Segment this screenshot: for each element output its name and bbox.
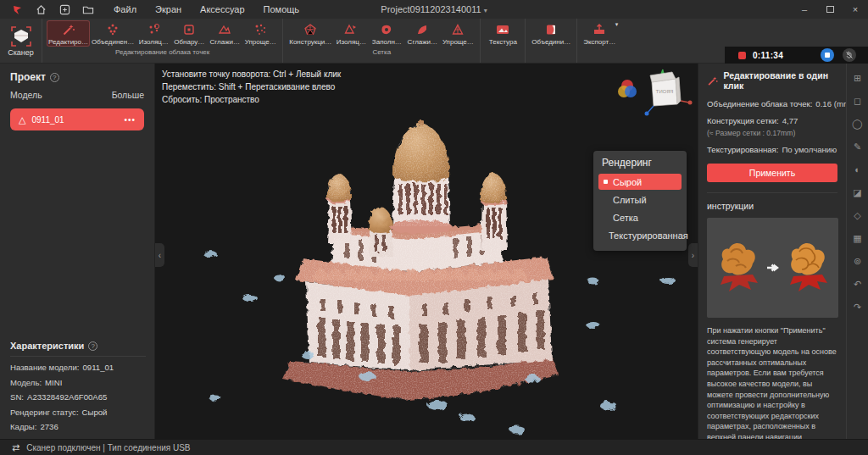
scanner-button[interactable]: Сканер [0,19,42,63]
stop-record-button[interactable] [821,48,834,62]
simplify-points-button[interactable]: Упроще… [242,20,278,47]
pointcloud-model-cathedral[interactable] [155,64,698,439]
merge-points-icon [106,22,120,37]
mesh-construct-button[interactable]: Конструкци… [287,20,333,47]
project-help-icon[interactable]: ? [50,73,59,82]
region-select-icon[interactable]: ⊞ [850,70,865,86]
touch-disabled-icon [845,51,854,59]
open-folder-icon[interactable] [81,3,95,16]
merge-models-icon [544,22,558,37]
edit-button[interactable]: Редактиро… [47,20,90,47]
invert-select-icon[interactable]: ◐ [850,162,865,177]
grid-display-icon[interactable]: ▦ [850,230,865,246]
mesh-smooth-icon [415,22,429,37]
instructions-text: При нажатии кнопки "Применить" система г… [707,325,837,443]
view-cube[interactable]: FRONT [640,65,693,118]
group-label-pointcloud: Редактирование облака точек [47,48,278,56]
isolate-points-button[interactable]: Изоляц… [136,20,171,47]
one-click-edit-panel: Редактирование в один клик Объединение о… [698,64,846,439]
rect-select-icon[interactable]: ◻ [850,93,865,108]
param-mesh-construct: Конструкция сетки:4,77 [707,116,837,125]
status-bar: ⇄ Сканер подключен | Тип соединения USB [0,439,868,455]
mesh-isolate-button[interactable]: Изоляц… [333,20,369,47]
model-item-name: 0911_01 [31,115,64,125]
render-option-mesh[interactable]: Сетка [598,209,682,225]
undo-icon[interactable]: ↶ [850,276,865,291]
instructions-illustration [707,218,838,318]
polygon-select-icon[interactable]: ◇ [850,208,865,223]
left-panel-collapse-button[interactable]: ‹ [155,243,164,267]
viewport-3d[interactable]: Установите точку поворота: Ctrl + Левый … [155,64,698,439]
mesh-smooth-button[interactable]: Сглажи… [404,20,440,47]
toolbar-group-texture: Текстура [480,19,525,63]
texture-button[interactable]: Текстура [485,20,520,47]
smooth-points-button[interactable]: Сглажи… [207,20,242,47]
detect-overlap-icon [182,22,196,37]
title-bar: Файл Экран Аксессуар Помощь Project09112… [0,0,868,19]
status-text: Сканер подключен | Тип соединения USB [26,443,190,452]
mesh-simplify-button[interactable]: Упроще… [440,20,476,47]
fill-holes-button[interactable]: Заполн… [369,20,404,47]
toolbar-group-mesh: Конструкци… Изоляц… Заполн… Сглажи… [282,19,480,63]
param-textured: Текстурированная:По умолчанию [707,145,837,154]
menu-help[interactable]: Помощь [264,4,300,14]
render-option-textured[interactable]: Текстурированная [598,227,682,243]
properties-section: Характеристики ? Название модели:0911_01… [10,341,146,437]
model-item-menu-icon[interactable]: ••• [124,115,136,125]
new-project-icon[interactable] [58,3,71,16]
arrow-icon [766,261,780,275]
maximize-button[interactable] [817,0,843,19]
simplify-icon [253,22,267,37]
close-button[interactable]: × [843,0,868,19]
render-option-raw[interactable]: Сырой [598,174,682,190]
model-mesh-icon: △ [19,114,25,125]
minimize-button[interactable]: – [792,0,817,19]
scanner-icon [10,25,32,47]
merge-pointcloud-button[interactable]: Объединен… [90,20,136,47]
selection-tools-rail: ⊞ ◻ ◯ ✎ ◐ ◪ ◇ ▦ ⊚ ↶ ↷ [846,64,868,439]
menu-screen[interactable]: Экран [155,4,181,14]
recorder-bar: 0:11:34 [725,47,868,64]
texture-icon [495,22,510,37]
rgb-colors-icon[interactable] [615,77,639,101]
one-click-wand-icon [707,75,718,87]
before-model-image [714,237,763,298]
mesh-simplify-icon [451,22,465,37]
right-panel-collapse-button[interactable]: › [688,243,698,267]
touch-lock-button[interactable] [843,48,856,62]
prop-model: Модель:MINI [10,378,146,387]
isolate-points-icon [147,22,160,37]
prop-render-status: Рендеринг статус:Сырой [10,408,146,417]
viewport-hints: Установите точку поворота: Ctrl + Левый … [162,68,341,106]
export-button[interactable]: ▾ Экспорт… [581,20,617,47]
more-button[interactable]: Больше [112,90,144,100]
render-option-fused[interactable]: Слитый [598,191,682,208]
lasso-select-icon[interactable]: ✎ [850,139,865,154]
shading-mode-icon[interactable]: ◪ [850,185,865,200]
project-title-chevron-icon[interactable]: ▾ [484,7,487,14]
circle-select-icon[interactable]: ◯ [850,116,865,131]
apply-button[interactable]: Применить [707,164,837,182]
menu-accessory[interactable]: Аксессуар [200,4,245,14]
menu-file[interactable]: Файл [114,4,136,14]
detect-overlap-button[interactable]: Обнару… [171,20,207,47]
one-click-edit-title: Редактирование в один клик [723,70,837,91]
project-panel-title: Проект [10,71,46,83]
properties-title: Характеристики [10,341,84,351]
model-label: Модель [10,90,42,100]
sphere-display-icon[interactable]: ⊚ [850,253,865,269]
render-menu-title: Рендеринг [602,157,682,169]
merge-models-button[interactable]: Объедини… [530,20,572,47]
selected-dot-icon [604,180,608,184]
home-icon[interactable] [34,3,47,16]
after-model-image [783,237,832,298]
wand-icon [62,22,75,37]
redo-icon[interactable]: ↷ [850,299,865,314]
properties-help-icon[interactable]: ? [88,341,97,351]
mesh-construct-icon [303,22,317,37]
connection-arrows-icon: ⇄ [12,442,19,453]
prop-sn: SN:A23328492A6F00A65 [10,392,146,402]
toolbar-group-merge: Объедини… [525,19,576,63]
export-dropdown-icon[interactable]: ▾ [615,21,619,28]
model-item-0911-01[interactable]: △ 0911_01 ••• [10,108,144,130]
